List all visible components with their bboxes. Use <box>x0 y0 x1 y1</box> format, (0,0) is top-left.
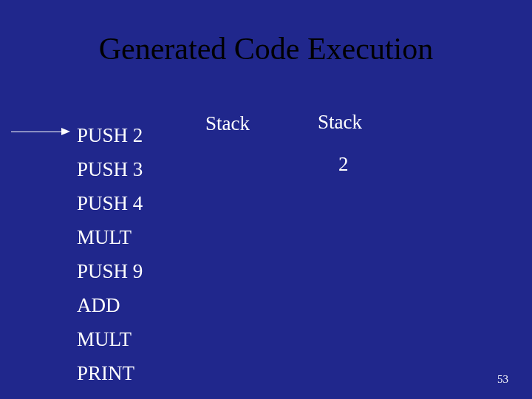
arrow-pointer-icon <box>11 132 70 133</box>
instruction-item: ADD <box>77 296 143 316</box>
instruction-item: MULT <box>77 228 143 248</box>
instruction-item: PUSH 9 <box>77 262 143 282</box>
slide-title: Generated Code Execution <box>0 0 532 66</box>
page-number: 53 <box>497 373 508 386</box>
instruction-item: MULT <box>77 330 143 349</box>
instruction-item: PUSH 2 <box>77 126 143 146</box>
stack-value: 2 <box>338 153 349 176</box>
stack-label: Stack <box>205 112 250 135</box>
instruction-item: PUSH 3 <box>77 160 143 180</box>
instruction-item: PUSH 4 <box>77 194 143 214</box>
instruction-item: PRINT <box>77 364 143 383</box>
stack-label: Stack <box>318 111 362 134</box>
instruction-list: PUSH 2 PUSH 3 PUSH 4 MULT PUSH 9 ADD MUL… <box>77 126 143 398</box>
